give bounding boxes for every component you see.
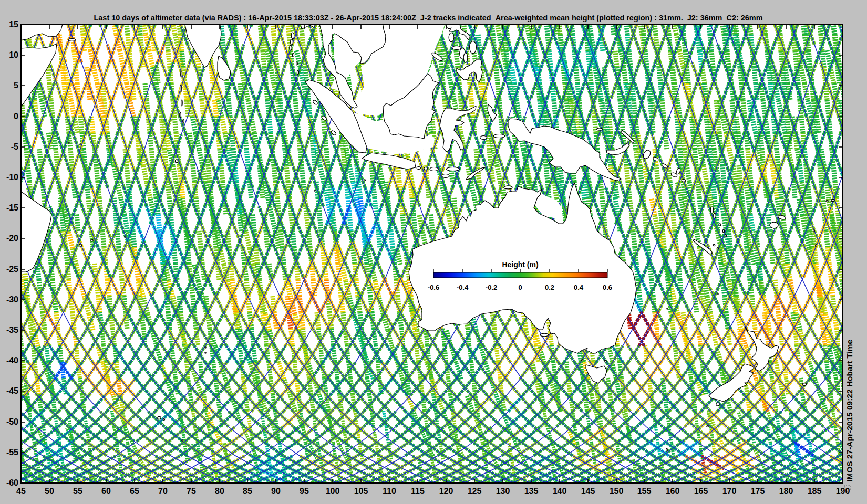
svg-text:115: 115 xyxy=(411,487,425,496)
svg-text:90: 90 xyxy=(271,487,281,496)
svg-text:45: 45 xyxy=(16,487,26,496)
svg-text:75: 75 xyxy=(187,487,196,496)
svg-text:0: 0 xyxy=(14,112,18,121)
svg-text:50: 50 xyxy=(45,487,54,496)
svg-text:125: 125 xyxy=(468,487,482,496)
svg-text:-50: -50 xyxy=(6,417,18,426)
svg-text:85: 85 xyxy=(243,487,252,496)
svg-text:-0.6: -0.6 xyxy=(428,284,439,291)
svg-text:0: 0 xyxy=(518,284,522,291)
svg-text:150: 150 xyxy=(610,487,624,496)
svg-text:135: 135 xyxy=(524,487,539,496)
svg-text:-45: -45 xyxy=(6,386,18,395)
svg-text:-10: -10 xyxy=(6,173,18,182)
svg-text:185: 185 xyxy=(808,487,822,496)
svg-text:IMOS 27-Apr-2015 09:22 Hobart: IMOS 27-Apr-2015 09:22 Hobart Time xyxy=(845,340,854,482)
svg-text:0.4: 0.4 xyxy=(574,284,584,291)
svg-text:60: 60 xyxy=(101,487,111,496)
svg-text:0.6: 0.6 xyxy=(603,284,612,291)
svg-text:Height (m): Height (m) xyxy=(502,260,538,269)
svg-text:165: 165 xyxy=(694,487,708,496)
svg-text:65: 65 xyxy=(130,487,139,496)
svg-text:15: 15 xyxy=(9,20,18,29)
svg-text:-55: -55 xyxy=(6,448,18,457)
svg-text:160: 160 xyxy=(666,487,680,496)
svg-text:5: 5 xyxy=(14,81,18,90)
svg-text:-25: -25 xyxy=(6,265,18,274)
svg-text:175: 175 xyxy=(751,487,765,496)
svg-text:155: 155 xyxy=(637,487,652,496)
svg-text:-0.4: -0.4 xyxy=(457,284,469,291)
svg-text:70: 70 xyxy=(158,487,168,496)
svg-text:-40: -40 xyxy=(6,356,18,365)
svg-text:130: 130 xyxy=(496,487,510,496)
svg-text:140: 140 xyxy=(553,487,567,496)
svg-text:170: 170 xyxy=(723,487,737,496)
svg-text:100: 100 xyxy=(326,487,340,496)
svg-text:-35: -35 xyxy=(6,326,18,334)
svg-text:Last 10 days of altimeter data: Last 10 days of altimeter data (via RADS… xyxy=(94,13,763,22)
svg-text:180: 180 xyxy=(779,487,793,496)
svg-text:110: 110 xyxy=(383,487,396,496)
svg-text:-20: -20 xyxy=(6,234,18,243)
svg-text:-30: -30 xyxy=(6,295,18,304)
svg-text:0.2: 0.2 xyxy=(545,284,554,291)
svg-text:-15: -15 xyxy=(6,203,18,212)
svg-text:120: 120 xyxy=(439,487,453,496)
svg-text:10: 10 xyxy=(9,50,18,59)
svg-text:95: 95 xyxy=(300,487,309,496)
svg-text:-0.2: -0.2 xyxy=(486,284,497,291)
svg-text:80: 80 xyxy=(215,487,224,496)
svg-text:190: 190 xyxy=(836,487,850,496)
svg-text:55: 55 xyxy=(73,487,82,496)
svg-text:105: 105 xyxy=(354,487,368,496)
svg-text:145: 145 xyxy=(581,487,595,496)
svg-text:-5: -5 xyxy=(11,142,18,151)
svg-text:-60: -60 xyxy=(6,478,18,487)
